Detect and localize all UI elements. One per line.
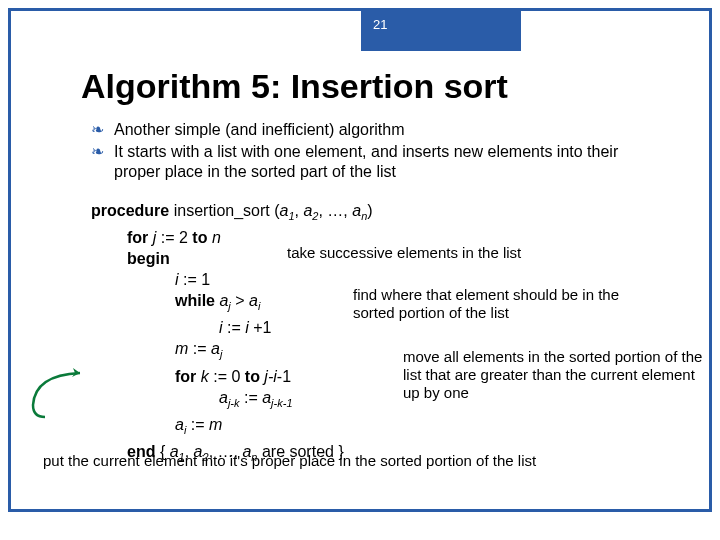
slide-content: Algorithm 5: Insertion sort ❧ Another si… bbox=[51, 67, 679, 468]
bullet-text: It starts with a list with one element, … bbox=[114, 142, 659, 182]
bullet-list: ❧ Another simple (and inefficient) algor… bbox=[91, 120, 659, 182]
bullet-text: Another simple (and inefficient) algorit… bbox=[114, 120, 405, 140]
page-number-tab: 21 bbox=[361, 11, 521, 51]
code-line: ai := m bbox=[175, 414, 679, 441]
annotation: take successive elements in the list bbox=[287, 244, 521, 262]
annotation: find where that element should be in the… bbox=[353, 286, 663, 322]
bullet-icon: ❧ bbox=[91, 142, 104, 162]
slide-title: Algorithm 5: Insertion sort bbox=[81, 67, 679, 106]
list-item: ❧ It starts with a list with one element… bbox=[91, 142, 659, 182]
list-item: ❧ Another simple (and inefficient) algor… bbox=[91, 120, 659, 140]
bullet-icon: ❧ bbox=[91, 120, 104, 140]
pseudocode-block: procedure insertion_sort (a1, a2, …, an)… bbox=[91, 200, 679, 468]
curved-arrow-icon bbox=[25, 365, 95, 425]
annotation: move all elements in the sorted portion … bbox=[403, 348, 713, 402]
code-line: procedure insertion_sort (a1, a2, …, an) bbox=[91, 200, 679, 227]
footnote: put the current element into it's proper… bbox=[43, 452, 536, 469]
page-number: 21 bbox=[373, 17, 387, 32]
slide-frame: 21 Algorithm 5: Insertion sort ❧ Another… bbox=[8, 8, 712, 512]
